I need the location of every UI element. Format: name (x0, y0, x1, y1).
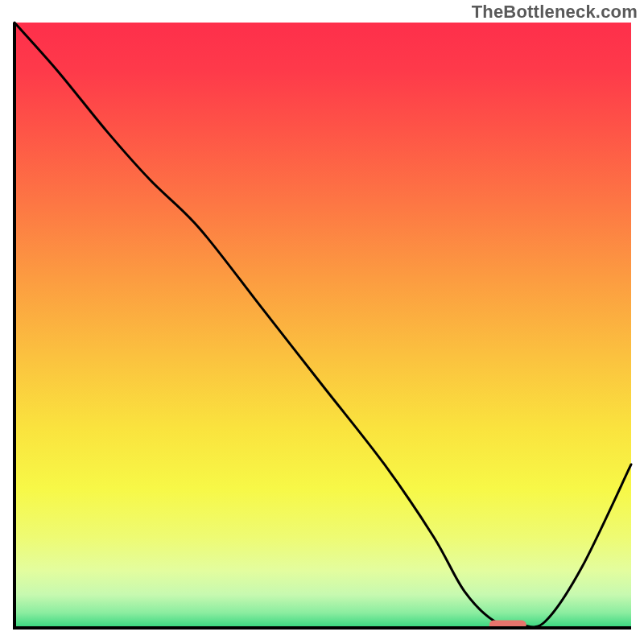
chart-container: TheBottleneck.com (0, 0, 644, 644)
plot-background (14, 23, 631, 628)
watermark-text: TheBottleneck.com (472, 2, 638, 23)
bottleneck-chart (0, 0, 644, 644)
